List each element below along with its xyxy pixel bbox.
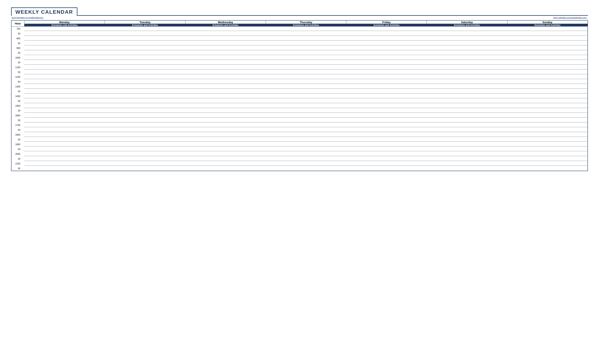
schedule-slot[interactable]	[507, 46, 588, 51]
schedule-slot[interactable]	[507, 104, 588, 108]
schedule-slot[interactable]	[507, 166, 588, 171]
schedule-slot[interactable]	[105, 70, 185, 75]
schedule-slot[interactable]	[266, 46, 346, 51]
schedule-slot[interactable]	[507, 70, 588, 75]
schedule-slot[interactable]	[105, 55, 185, 60]
schedule-slot[interactable]	[427, 152, 507, 156]
schedule-slot[interactable]	[105, 123, 185, 128]
schedule-slot[interactable]	[266, 156, 346, 161]
schedule-slot[interactable]	[427, 123, 507, 128]
schedule-slot[interactable]	[507, 161, 588, 166]
schedule-slot[interactable]	[185, 55, 266, 60]
schedule-slot[interactable]	[266, 41, 346, 46]
schedule-slot[interactable]	[507, 118, 588, 123]
schedule-slot[interactable]	[266, 152, 346, 156]
schedule-slot[interactable]	[507, 65, 588, 70]
schedule-slot[interactable]	[346, 156, 427, 161]
schedule-slot[interactable]	[105, 94, 185, 99]
schedule-slot[interactable]	[507, 99, 588, 104]
schedule-slot[interactable]	[185, 75, 266, 80]
schedule-slot[interactable]	[105, 118, 185, 123]
schedule-slot[interactable]	[266, 94, 346, 99]
schedule-slot[interactable]	[507, 31, 588, 36]
schedule-slot[interactable]	[105, 161, 185, 166]
schedule-slot[interactable]	[427, 137, 507, 142]
schedule-slot[interactable]	[105, 65, 185, 70]
schedule-slot[interactable]	[185, 41, 266, 46]
schedule-slot[interactable]	[105, 137, 185, 142]
schedule-slot[interactable]	[507, 152, 588, 156]
schedule-slot[interactable]	[185, 27, 266, 31]
schedule-slot[interactable]	[105, 156, 185, 161]
schedule-slot[interactable]	[24, 156, 105, 161]
schedule-slot[interactable]	[507, 60, 588, 65]
schedule-slot[interactable]	[266, 27, 346, 31]
schedule-slot[interactable]	[105, 31, 185, 36]
schedule-slot[interactable]	[507, 55, 588, 60]
schedule-slot[interactable]	[105, 152, 185, 156]
schedule-slot[interactable]	[346, 70, 427, 75]
schedule-slot[interactable]	[24, 80, 105, 84]
schedule-slot[interactable]	[346, 166, 427, 171]
schedule-slot[interactable]	[24, 147, 105, 152]
schedule-slot[interactable]	[507, 36, 588, 41]
schedule-slot[interactable]	[427, 75, 507, 80]
schedule-slot[interactable]	[427, 161, 507, 166]
schedule-slot[interactable]	[427, 108, 507, 113]
schedule-slot[interactable]	[185, 36, 266, 41]
schedule-slot[interactable]	[266, 118, 346, 123]
schedule-slot[interactable]	[427, 99, 507, 104]
schedule-slot[interactable]	[24, 94, 105, 99]
schedule-slot[interactable]	[185, 128, 266, 132]
schedule-slot[interactable]	[427, 55, 507, 60]
schedule-slot[interactable]	[427, 113, 507, 118]
schedule-slot[interactable]	[427, 46, 507, 51]
schedule-slot[interactable]	[346, 94, 427, 99]
schedule-slot[interactable]	[507, 132, 588, 137]
schedule-slot[interactable]	[105, 104, 185, 108]
schedule-slot[interactable]	[24, 152, 105, 156]
schedule-slot[interactable]	[266, 51, 346, 55]
schedule-slot[interactable]	[346, 123, 427, 128]
schedule-slot[interactable]	[185, 123, 266, 128]
schedule-slot[interactable]	[346, 89, 427, 94]
schedule-slot[interactable]	[105, 132, 185, 137]
schedule-slot[interactable]	[507, 113, 588, 118]
schedule-slot[interactable]	[24, 51, 105, 55]
schedule-slot[interactable]	[105, 84, 185, 89]
schedule-slot[interactable]	[507, 128, 588, 132]
schedule-slot[interactable]	[105, 147, 185, 152]
schedule-slot[interactable]	[346, 60, 427, 65]
schedule-slot[interactable]	[185, 51, 266, 55]
schedule-slot[interactable]	[346, 41, 427, 46]
schedule-slot[interactable]	[346, 104, 427, 108]
schedule-slot[interactable]	[427, 36, 507, 41]
schedule-slot[interactable]	[24, 89, 105, 94]
schedule-slot[interactable]	[346, 161, 427, 166]
schedule-slot[interactable]	[266, 60, 346, 65]
schedule-slot[interactable]	[105, 142, 185, 147]
schedule-slot[interactable]	[507, 137, 588, 142]
schedule-slot[interactable]	[266, 31, 346, 36]
schedule-slot[interactable]	[507, 156, 588, 161]
schedule-slot[interactable]	[105, 60, 185, 65]
schedule-slot[interactable]	[427, 60, 507, 65]
schedule-slot[interactable]	[185, 161, 266, 166]
schedule-slot[interactable]	[346, 51, 427, 55]
schedule-slot[interactable]	[427, 41, 507, 46]
schedule-slot[interactable]	[507, 41, 588, 46]
schedule-slot[interactable]	[346, 27, 427, 31]
schedule-slot[interactable]	[185, 60, 266, 65]
schedule-slot[interactable]	[105, 36, 185, 41]
schedule-slot[interactable]	[24, 65, 105, 70]
schedule-slot[interactable]	[185, 70, 266, 75]
schedule-slot[interactable]	[185, 80, 266, 84]
schedule-slot[interactable]	[24, 104, 105, 108]
schedule-slot[interactable]	[24, 108, 105, 113]
schedule-slot[interactable]	[185, 65, 266, 70]
schedule-slot[interactable]	[346, 113, 427, 118]
schedule-slot[interactable]	[24, 46, 105, 51]
schedule-slot[interactable]	[185, 31, 266, 36]
schedule-slot[interactable]	[185, 156, 266, 161]
schedule-slot[interactable]	[507, 94, 588, 99]
